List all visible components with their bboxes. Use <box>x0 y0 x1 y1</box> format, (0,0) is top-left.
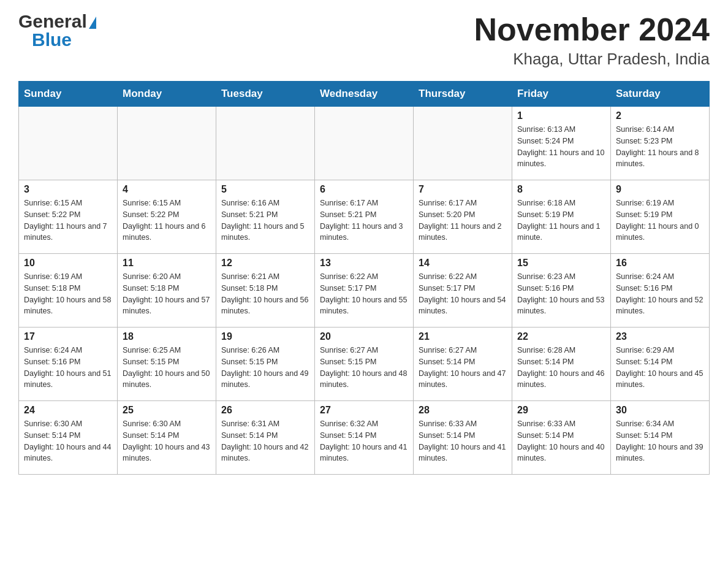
day-number: 1 <box>517 110 605 121</box>
day-number: 29 <box>517 405 605 416</box>
logo-blue-text: Blue <box>32 31 72 49</box>
calendar-cell: 20Sunrise: 6:27 AMSunset: 5:15 PMDayligh… <box>315 327 414 401</box>
day-info: Sunrise: 6:15 AMSunset: 5:22 PMDaylight:… <box>123 197 211 243</box>
day-info: Sunrise: 6:19 AMSunset: 5:18 PMDaylight:… <box>24 271 112 317</box>
logo: General Blue <box>18 12 96 49</box>
day-number: 28 <box>419 405 507 416</box>
calendar-cell: 10Sunrise: 6:19 AMSunset: 5:18 PMDayligh… <box>19 254 118 327</box>
calendar-cell: 29Sunrise: 6:33 AMSunset: 5:14 PMDayligh… <box>512 401 611 475</box>
day-number: 5 <box>221 184 309 195</box>
weekday-header-saturday: Saturday <box>611 82 710 107</box>
calendar-cell: 6Sunrise: 6:17 AMSunset: 5:21 PMDaylight… <box>315 180 414 254</box>
day-number: 26 <box>221 405 309 416</box>
day-info: Sunrise: 6:24 AMSunset: 5:16 PMDaylight:… <box>24 345 112 391</box>
weekday-header-row: SundayMondayTuesdayWednesdayThursdayFrid… <box>19 82 710 107</box>
day-number: 12 <box>221 258 309 269</box>
calendar-week-1: 1Sunrise: 6:13 AMSunset: 5:24 PMDaylight… <box>19 107 710 180</box>
day-number: 10 <box>24 258 112 269</box>
weekday-header-sunday: Sunday <box>19 82 118 107</box>
calendar-cell: 26Sunrise: 6:31 AMSunset: 5:14 PMDayligh… <box>216 401 315 475</box>
day-info: Sunrise: 6:34 AMSunset: 5:14 PMDaylight:… <box>616 418 704 464</box>
day-info: Sunrise: 6:31 AMSunset: 5:14 PMDaylight:… <box>221 418 309 464</box>
logo-arrow-icon <box>89 17 96 29</box>
day-info: Sunrise: 6:28 AMSunset: 5:14 PMDaylight:… <box>517 345 605 391</box>
day-number: 25 <box>123 405 211 416</box>
day-number: 15 <box>517 258 605 269</box>
day-info: Sunrise: 6:15 AMSunset: 5:22 PMDaylight:… <box>24 197 112 243</box>
location-title: Khaga, Uttar Pradesh, India <box>474 50 710 69</box>
day-number: 3 <box>24 184 112 195</box>
calendar-cell <box>315 107 414 180</box>
day-info: Sunrise: 6:22 AMSunset: 5:17 PMDaylight:… <box>320 271 408 317</box>
day-info: Sunrise: 6:17 AMSunset: 5:21 PMDaylight:… <box>320 197 408 243</box>
calendar-cell: 28Sunrise: 6:33 AMSunset: 5:14 PMDayligh… <box>414 401 512 475</box>
calendar-cell: 9Sunrise: 6:19 AMSunset: 5:19 PMDaylight… <box>611 180 710 254</box>
page-header: General Blue November 2024 Khaga, Uttar … <box>18 12 710 69</box>
day-info: Sunrise: 6:14 AMSunset: 5:23 PMDaylight:… <box>616 124 704 170</box>
day-number: 30 <box>616 405 704 416</box>
calendar-cell: 3Sunrise: 6:15 AMSunset: 5:22 PMDaylight… <box>19 180 118 254</box>
day-info: Sunrise: 6:33 AMSunset: 5:14 PMDaylight:… <box>517 418 605 464</box>
weekday-header-thursday: Thursday <box>414 82 512 107</box>
month-title: November 2024 <box>474 12 710 47</box>
day-number: 21 <box>419 331 507 342</box>
calendar-cell: 25Sunrise: 6:30 AMSunset: 5:14 PMDayligh… <box>118 401 216 475</box>
calendar-cell: 4Sunrise: 6:15 AMSunset: 5:22 PMDaylight… <box>118 180 216 254</box>
calendar-week-2: 3Sunrise: 6:15 AMSunset: 5:22 PMDaylight… <box>19 180 710 254</box>
calendar-cell: 22Sunrise: 6:28 AMSunset: 5:14 PMDayligh… <box>512 327 611 401</box>
day-number: 20 <box>320 331 408 342</box>
calendar-cell <box>19 107 118 180</box>
header-right: November 2024 Khaga, Uttar Pradesh, Indi… <box>474 12 710 69</box>
calendar-cell: 19Sunrise: 6:26 AMSunset: 5:15 PMDayligh… <box>216 327 315 401</box>
day-number: 17 <box>24 331 112 342</box>
calendar-cell: 24Sunrise: 6:30 AMSunset: 5:14 PMDayligh… <box>19 401 118 475</box>
weekday-header-tuesday: Tuesday <box>216 82 315 107</box>
day-number: 11 <box>123 258 211 269</box>
day-info: Sunrise: 6:23 AMSunset: 5:16 PMDaylight:… <box>517 271 605 317</box>
calendar-table: SundayMondayTuesdayWednesdayThursdayFrid… <box>18 81 710 475</box>
calendar-cell <box>216 107 315 180</box>
calendar-cell <box>414 107 512 180</box>
day-number: 23 <box>616 331 704 342</box>
calendar-cell: 2Sunrise: 6:14 AMSunset: 5:23 PMDaylight… <box>611 107 710 180</box>
calendar-cell: 1Sunrise: 6:13 AMSunset: 5:24 PMDaylight… <box>512 107 611 180</box>
calendar-cell: 14Sunrise: 6:22 AMSunset: 5:17 PMDayligh… <box>414 254 512 327</box>
calendar-header: SundayMondayTuesdayWednesdayThursdayFrid… <box>19 82 710 107</box>
calendar-cell: 18Sunrise: 6:25 AMSunset: 5:15 PMDayligh… <box>118 327 216 401</box>
day-number: 4 <box>123 184 211 195</box>
calendar-cell: 23Sunrise: 6:29 AMSunset: 5:14 PMDayligh… <box>611 327 710 401</box>
day-info: Sunrise: 6:16 AMSunset: 5:21 PMDaylight:… <box>221 197 309 243</box>
day-info: Sunrise: 6:20 AMSunset: 5:18 PMDaylight:… <box>123 271 211 317</box>
day-info: Sunrise: 6:33 AMSunset: 5:14 PMDaylight:… <box>419 418 507 464</box>
calendar-cell: 17Sunrise: 6:24 AMSunset: 5:16 PMDayligh… <box>19 327 118 401</box>
calendar-cell: 16Sunrise: 6:24 AMSunset: 5:16 PMDayligh… <box>611 254 710 327</box>
calendar-week-5: 24Sunrise: 6:30 AMSunset: 5:14 PMDayligh… <box>19 401 710 475</box>
day-info: Sunrise: 6:30 AMSunset: 5:14 PMDaylight:… <box>123 418 211 464</box>
day-info: Sunrise: 6:13 AMSunset: 5:24 PMDaylight:… <box>517 124 605 170</box>
day-number: 22 <box>517 331 605 342</box>
calendar-cell: 13Sunrise: 6:22 AMSunset: 5:17 PMDayligh… <box>315 254 414 327</box>
calendar-week-4: 17Sunrise: 6:24 AMSunset: 5:16 PMDayligh… <box>19 327 710 401</box>
day-info: Sunrise: 6:27 AMSunset: 5:14 PMDaylight:… <box>419 345 507 391</box>
day-number: 16 <box>616 258 704 269</box>
day-number: 9 <box>616 184 704 195</box>
weekday-header-friday: Friday <box>512 82 611 107</box>
calendar-cell: 21Sunrise: 6:27 AMSunset: 5:14 PMDayligh… <box>414 327 512 401</box>
day-info: Sunrise: 6:29 AMSunset: 5:14 PMDaylight:… <box>616 345 704 391</box>
calendar-cell: 8Sunrise: 6:18 AMSunset: 5:19 PMDaylight… <box>512 180 611 254</box>
day-number: 6 <box>320 184 408 195</box>
calendar-cell: 5Sunrise: 6:16 AMSunset: 5:21 PMDaylight… <box>216 180 315 254</box>
day-info: Sunrise: 6:19 AMSunset: 5:19 PMDaylight:… <box>616 197 704 243</box>
day-info: Sunrise: 6:27 AMSunset: 5:15 PMDaylight:… <box>320 345 408 391</box>
calendar-cell <box>118 107 216 180</box>
day-number: 24 <box>24 405 112 416</box>
weekday-header-monday: Monday <box>118 82 216 107</box>
calendar-cell: 15Sunrise: 6:23 AMSunset: 5:16 PMDayligh… <box>512 254 611 327</box>
day-info: Sunrise: 6:17 AMSunset: 5:20 PMDaylight:… <box>419 197 507 243</box>
day-info: Sunrise: 6:21 AMSunset: 5:18 PMDaylight:… <box>221 271 309 317</box>
calendar-cell: 11Sunrise: 6:20 AMSunset: 5:18 PMDayligh… <box>118 254 216 327</box>
day-number: 8 <box>517 184 605 195</box>
day-info: Sunrise: 6:25 AMSunset: 5:15 PMDaylight:… <box>123 345 211 391</box>
day-info: Sunrise: 6:30 AMSunset: 5:14 PMDaylight:… <box>24 418 112 464</box>
weekday-header-wednesday: Wednesday <box>315 82 414 107</box>
